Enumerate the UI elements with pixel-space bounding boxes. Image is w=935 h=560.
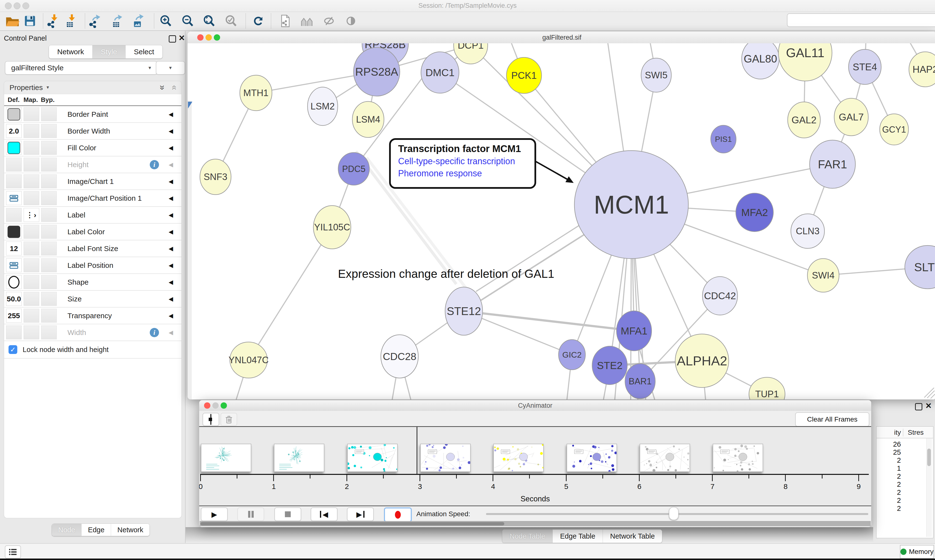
node-bar1[interactable]: BAR1 bbox=[625, 364, 655, 399]
expand-row-arrow-icon[interactable]: ◀ bbox=[169, 245, 173, 252]
property-empty-cell[interactable] bbox=[24, 309, 39, 323]
expand-row-arrow-icon[interactable]: ◀ bbox=[169, 312, 173, 319]
network-titlebar[interactable]: galFiltered.sif bbox=[187, 32, 935, 44]
table-cell[interactable]: 2 bbox=[880, 505, 901, 512]
expand-row-arrow-icon[interactable]: ◀ bbox=[169, 111, 173, 118]
network-document-icon[interactable] bbox=[278, 14, 292, 28]
node-far1[interactable]: FAR1 bbox=[810, 140, 855, 188]
lock-size-checkbox[interactable]: ✓ bbox=[9, 345, 17, 354]
property-empty-cell[interactable] bbox=[41, 191, 57, 205]
property-empty-cell[interactable] bbox=[41, 158, 57, 171]
zoom-in-icon[interactable] bbox=[159, 14, 173, 28]
property-value-cell[interactable] bbox=[6, 107, 22, 121]
node-dcp1[interactable]: DCP1 bbox=[454, 43, 488, 64]
toggle-contrast-icon[interactable] bbox=[344, 14, 358, 28]
zoom-out-icon[interactable] bbox=[181, 14, 195, 28]
property-value-cell[interactable]: ⋮› bbox=[24, 208, 39, 222]
property-empty-cell[interactable] bbox=[6, 158, 22, 171]
expand-row-arrow-icon[interactable]: ◀ bbox=[169, 195, 173, 202]
annotation-box[interactable]: Transcription factor MCM1 Cell-type-spec… bbox=[389, 138, 536, 189]
tab-node[interactable]: Node bbox=[52, 524, 82, 536]
expand-all-icon[interactable]: » bbox=[157, 85, 168, 90]
property-row-transparency[interactable]: 255Transparency◀ bbox=[4, 308, 181, 324]
property-row-width[interactable]: Widthi◀ bbox=[4, 324, 181, 341]
task-history-button[interactable] bbox=[5, 545, 21, 558]
node-tup1[interactable]: TUP1 bbox=[749, 377, 785, 400]
hide-details-icon[interactable] bbox=[322, 14, 336, 28]
expand-row-arrow-icon[interactable]: ◀ bbox=[169, 145, 173, 151]
style-options-button[interactable]: ▼ bbox=[156, 61, 185, 75]
expand-row-arrow-icon[interactable]: ◀ bbox=[169, 295, 173, 302]
table-cell[interactable]: 26 bbox=[880, 440, 901, 448]
table-cell[interactable]: 2 bbox=[880, 480, 901, 488]
node-mfa1[interactable]: MFA1 bbox=[617, 311, 651, 351]
info-icon[interactable]: i bbox=[150, 328, 159, 337]
property-row-size[interactable]: 50.0Size◀ bbox=[4, 291, 181, 308]
node-alpha2[interactable]: ALPHA2 bbox=[675, 334, 729, 388]
frame-thumbnail-5[interactable] bbox=[493, 444, 544, 472]
tab-select[interactable]: Select bbox=[126, 45, 162, 58]
close-panel-icon[interactable]: ✕ bbox=[179, 33, 185, 43]
property-value-cell[interactable] bbox=[6, 258, 22, 272]
property-empty-cell[interactable] bbox=[6, 208, 22, 222]
edge[interactable] bbox=[476, 223, 582, 291]
table-cell[interactable]: 2 bbox=[880, 456, 901, 465]
network-canvas[interactable]: RPS28BRPS28ADMC1DCP1PCK1MTH1LSM2LSM4SNF3… bbox=[187, 43, 935, 400]
property-empty-cell[interactable] bbox=[41, 107, 57, 121]
stop-button[interactable] bbox=[275, 508, 301, 521]
search-input[interactable] bbox=[787, 13, 935, 27]
close-panel-icon[interactable]: ✕ bbox=[925, 401, 932, 411]
property-empty-cell[interactable] bbox=[24, 225, 39, 238]
node-yil105c[interactable]: YIL105C bbox=[313, 206, 351, 249]
property-value-cell[interactable]: 50.0 bbox=[6, 292, 22, 306]
cyanimator-titlebar[interactable]: CyAnimator bbox=[199, 400, 871, 411]
property-empty-cell[interactable] bbox=[41, 292, 57, 306]
property-value-cell[interactable] bbox=[6, 191, 22, 205]
property-row-border-paint[interactable]: Border Paint◀ bbox=[4, 106, 181, 123]
property-value-cell[interactable]: 12 bbox=[6, 242, 22, 255]
property-empty-cell[interactable] bbox=[24, 191, 39, 205]
refresh-layout-icon[interactable] bbox=[251, 14, 265, 28]
property-empty-cell[interactable] bbox=[41, 208, 57, 222]
property-empty-cell[interactable] bbox=[24, 292, 39, 306]
column-divider[interactable] bbox=[903, 429, 903, 437]
frame-thumbnail-7[interactable] bbox=[640, 444, 690, 472]
property-value-cell[interactable]: 2.0 bbox=[6, 124, 22, 138]
timeline-playhead[interactable] bbox=[417, 427, 417, 474]
node-gcy1[interactable]: GCY1 bbox=[880, 114, 909, 145]
property-empty-cell[interactable] bbox=[24, 158, 39, 171]
property-row-image-chart-1[interactable]: Image/Chart 1◀ bbox=[4, 173, 181, 190]
record-button[interactable] bbox=[384, 508, 412, 522]
node-ste4[interactable]: STE4 bbox=[849, 49, 881, 85]
property-empty-cell[interactable] bbox=[41, 275, 57, 289]
node-mth1[interactable]: MTH1 bbox=[240, 75, 272, 111]
expand-row-arrow-icon[interactable]: ◀ bbox=[169, 228, 173, 235]
table-cell[interactable]: 2 bbox=[880, 488, 901, 497]
property-empty-cell[interactable] bbox=[24, 174, 39, 188]
timeline-scrollbar[interactable] bbox=[200, 521, 871, 526]
table-scrollbar-thumb[interactable] bbox=[927, 449, 931, 466]
open-session-icon[interactable] bbox=[5, 14, 20, 28]
column-stress[interactable]: Stres bbox=[908, 429, 924, 437]
property-empty-cell[interactable] bbox=[6, 326, 22, 339]
collapse-all-icon[interactable]: » bbox=[168, 85, 179, 90]
node-mfa2[interactable]: MFA2 bbox=[736, 193, 773, 232]
column-centrality[interactable]: ity bbox=[876, 429, 901, 437]
bundle-edges-icon[interactable] bbox=[300, 14, 314, 28]
speed-slider-handle[interactable] bbox=[669, 507, 679, 520]
node-ynl047c[interactable]: YNL047C bbox=[228, 342, 269, 378]
property-row-shape[interactable]: Shape◀ bbox=[4, 274, 181, 291]
node-snf3[interactable]: SNF3 bbox=[200, 159, 231, 195]
add-frame-button[interactable] bbox=[202, 413, 219, 426]
property-empty-cell[interactable] bbox=[24, 326, 39, 339]
node-gal7[interactable]: GAL7 bbox=[834, 98, 868, 136]
next-frame-button[interactable]: ▶ bbox=[347, 508, 374, 521]
table-cell[interactable]: 2 bbox=[880, 472, 901, 480]
properties-title[interactable]: Properties bbox=[9, 83, 43, 92]
node-pck1[interactable]: PCK1 bbox=[506, 57, 542, 94]
expand-row-arrow-icon[interactable]: ◀ bbox=[169, 161, 173, 168]
node-gic2[interactable]: GIC2 bbox=[559, 340, 585, 370]
node-pis1[interactable]: PIS1 bbox=[711, 125, 736, 153]
tab-network-table[interactable]: Network Table bbox=[603, 529, 662, 543]
table-cell[interactable]: 2 bbox=[880, 497, 901, 505]
